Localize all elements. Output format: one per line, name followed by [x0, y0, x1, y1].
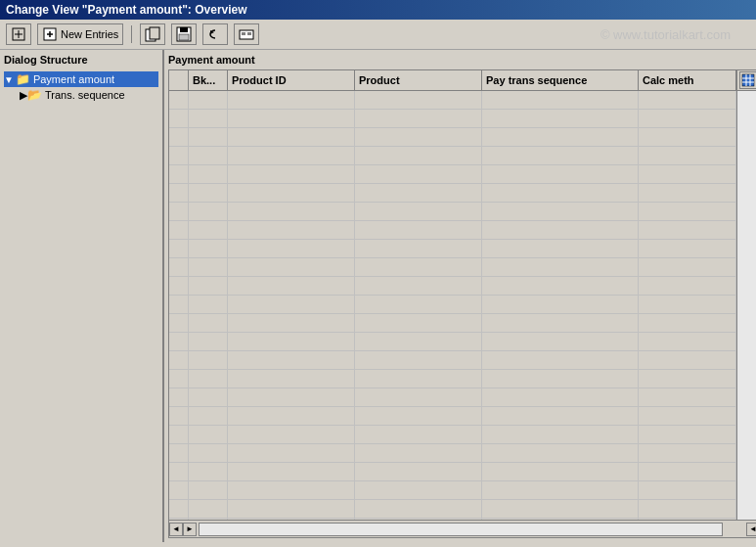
cell-pay-trans — [482, 277, 639, 295]
tree-item-payment-amount[interactable]: ▼ 📁 Payment amount — [4, 71, 158, 87]
svg-rect-7 — [150, 27, 159, 39]
table-row[interactable] — [169, 221, 736, 240]
row-selector — [169, 481, 189, 499]
svg-rect-10 — [179, 34, 189, 40]
cell-bk — [189, 277, 228, 295]
table-row[interactable] — [169, 426, 736, 444]
cell-product — [355, 165, 482, 183]
cell-product — [355, 240, 482, 257]
cell-pay-trans — [482, 333, 639, 350]
table-body[interactable]: (function() { const data = JSON.parse(do… — [169, 91, 736, 520]
scroll-left-button[interactable]: ◄ — [169, 523, 183, 536]
undo-icon — [207, 26, 223, 42]
row-selector — [169, 128, 189, 146]
save-button[interactable] — [171, 23, 197, 45]
cell-product-id — [228, 165, 355, 183]
table-row[interactable] — [169, 128, 736, 147]
cell-bk — [189, 165, 228, 183]
table-row[interactable] — [169, 351, 736, 370]
cell-product — [355, 277, 482, 295]
table-row[interactable] — [169, 258, 736, 277]
folder-icon: 📁 — [16, 72, 30, 86]
cell-calc-meth — [639, 407, 736, 425]
table-row[interactable] — [169, 500, 736, 519]
row-selector — [169, 277, 189, 295]
cell-calc-meth — [639, 165, 736, 183]
right-panel: Payment amount Bk... Product ID Product — [164, 50, 756, 542]
col-header-pay-trans-sequence: Pay trans sequence — [482, 70, 639, 90]
table-row[interactable] — [169, 110, 736, 128]
copy-icon — [145, 26, 160, 42]
scroll-right-button[interactable]: ► — [183, 523, 197, 536]
table-row[interactable] — [169, 240, 736, 258]
column-chooser-button[interactable] — [739, 71, 757, 89]
cell-calc-meth — [639, 388, 736, 406]
row-selector — [169, 333, 189, 350]
row-selector — [169, 444, 189, 462]
transport-button[interactable] — [234, 23, 259, 45]
table-row[interactable] — [169, 147, 736, 165]
cell-product-id — [228, 351, 355, 369]
table-row[interactable] — [169, 91, 736, 110]
cell-product-id — [228, 500, 355, 518]
cell-product-id — [228, 333, 355, 350]
cell-calc-meth — [639, 426, 736, 443]
row-selector — [169, 91, 189, 109]
cell-product-id — [228, 388, 355, 406]
cell-bk — [189, 203, 228, 220]
undo-button[interactable] — [202, 23, 228, 45]
cell-product — [355, 128, 482, 146]
new-entries-button[interactable]: New Entries — [37, 23, 123, 45]
table-row[interactable] — [169, 203, 736, 221]
table-row[interactable] — [169, 165, 736, 184]
cell-product-id — [228, 370, 355, 387]
cell-pay-trans — [482, 165, 639, 183]
table-row[interactable] — [169, 314, 736, 333]
scroll-left-far-button[interactable]: ◄ — [746, 523, 756, 536]
toolbar: New Entries © www.tutorialkart.com — [0, 20, 756, 50]
cell-bk — [189, 407, 228, 425]
tree-item-trans-sequence[interactable]: ▶ 📂 Trans. sequence — [20, 87, 158, 103]
new-entries-label: New Entries — [61, 28, 118, 40]
table-row[interactable] — [169, 184, 736, 203]
table-row[interactable] — [169, 370, 736, 388]
row-selector — [169, 165, 189, 183]
cell-product — [355, 407, 482, 425]
tree-child-label: Trans. sequence — [45, 89, 125, 101]
table-row[interactable] — [169, 277, 736, 296]
row-selector — [169, 221, 189, 239]
cell-product-id — [228, 296, 355, 313]
row-selector — [169, 314, 189, 332]
column-chooser-icon — [741, 73, 755, 87]
toolbar-divider — [131, 25, 132, 43]
cell-pay-trans — [482, 314, 639, 332]
row-selector — [169, 258, 189, 276]
table-row[interactable] — [169, 444, 736, 463]
copy-button[interactable] — [140, 23, 165, 45]
cell-pay-trans — [482, 407, 639, 425]
cell-bk — [189, 128, 228, 146]
table-row[interactable] — [169, 481, 736, 500]
table-row[interactable] — [169, 333, 736, 351]
table-row[interactable] — [169, 296, 736, 314]
table-row[interactable] — [169, 463, 736, 481]
cell-product — [355, 147, 482, 164]
svg-rect-13 — [242, 32, 245, 35]
cell-bk — [189, 426, 228, 443]
table-row[interactable] — [169, 388, 736, 407]
horizontal-scroll-track[interactable] — [199, 523, 723, 536]
cell-bk — [189, 463, 228, 480]
cell-product-id — [228, 407, 355, 425]
cell-pay-trans — [482, 481, 639, 499]
scroll-track-right — [737, 91, 756, 520]
table-row[interactable] — [169, 407, 736, 426]
cell-product — [355, 370, 482, 387]
cell-pay-trans — [482, 203, 639, 220]
edit-button[interactable] — [6, 23, 31, 45]
cell-product-id — [228, 184, 355, 202]
cell-product-id — [228, 314, 355, 332]
cell-product — [355, 463, 482, 480]
cell-bk — [189, 370, 228, 387]
row-selector — [169, 388, 189, 406]
cell-calc-meth — [639, 314, 736, 332]
